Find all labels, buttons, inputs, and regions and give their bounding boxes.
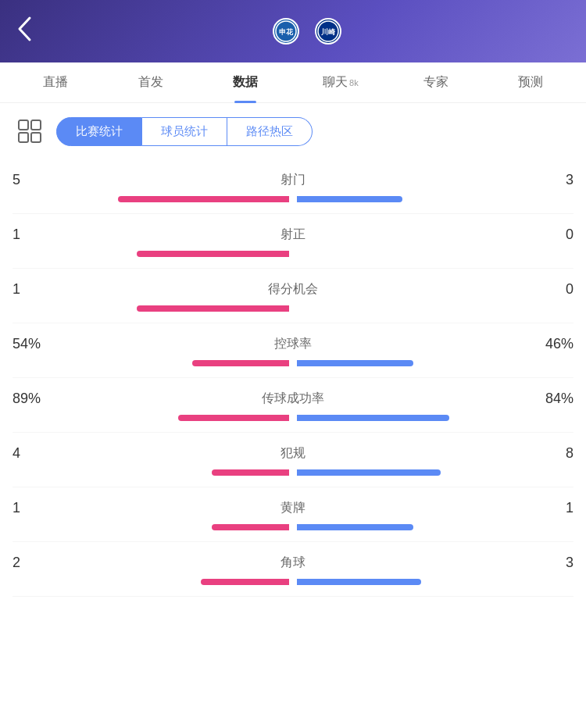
stat-header-2: 1 得分机会 0 bbox=[13, 281, 573, 298]
stat-left-val-4: 89% bbox=[13, 391, 59, 407]
bar-fill-right-3 bbox=[297, 360, 413, 366]
bar-left-1 bbox=[13, 251, 289, 257]
filter-button-group: 比赛统计 球员统计 路径热区 bbox=[56, 117, 313, 146]
tab-chat[interactable]: 聊天8k bbox=[293, 62, 388, 103]
stat-left-val-5: 4 bbox=[13, 445, 59, 462]
stat-left-val-0: 5 bbox=[13, 172, 59, 188]
svg-rect-7 bbox=[31, 133, 41, 142]
bar-left-5 bbox=[13, 469, 289, 476]
stat-row-5: 4 犯规 8 bbox=[13, 433, 573, 487]
tab-stats[interactable]: 数据 bbox=[198, 62, 293, 103]
stat-label-2: 得分机会 bbox=[59, 281, 527, 298]
svg-text:川崎: 川崎 bbox=[320, 28, 336, 36]
bar-center-5 bbox=[292, 469, 294, 476]
bar-fill-left-3 bbox=[192, 360, 289, 366]
stat-bars-2 bbox=[13, 305, 573, 312]
bar-fill-left-7 bbox=[201, 579, 289, 585]
bar-right-5 bbox=[297, 469, 573, 476]
stat-bars-4 bbox=[13, 415, 573, 421]
svg-rect-5 bbox=[31, 120, 41, 130]
stat-header-7: 2 角球 3 bbox=[13, 555, 573, 571]
tab-live-label: 直播 bbox=[43, 74, 68, 91]
svg-text:申花: 申花 bbox=[279, 28, 294, 36]
stat-header-5: 4 犯规 8 bbox=[13, 445, 573, 462]
stat-right-val-2: 0 bbox=[527, 281, 573, 298]
bar-fill-right-0 bbox=[297, 196, 402, 202]
match-header: 申花 川崎 bbox=[0, 0, 586, 62]
stat-label-1: 射正 bbox=[59, 227, 527, 243]
bar-fill-left-6 bbox=[212, 524, 289, 530]
tab-stats-label: 数据 bbox=[233, 74, 258, 91]
stat-right-val-7: 3 bbox=[527, 555, 573, 571]
stat-right-val-6: 1 bbox=[527, 500, 573, 516]
bar-left-6 bbox=[13, 524, 289, 530]
tab-chat-label: 聊天 bbox=[323, 74, 348, 91]
bar-fill-left-4 bbox=[178, 415, 289, 421]
bar-left-0 bbox=[13, 196, 289, 202]
stat-row-7: 2 角球 3 bbox=[13, 542, 573, 597]
bar-center-4 bbox=[292, 415, 294, 421]
stat-header-3: 54% 控球率 46% bbox=[13, 336, 573, 352]
stat-right-val-5: 8 bbox=[527, 445, 573, 462]
bar-fill-right-4 bbox=[297, 415, 449, 421]
bar-center-7 bbox=[292, 579, 294, 585]
stat-bars-7 bbox=[13, 579, 573, 585]
back-button[interactable] bbox=[16, 15, 44, 48]
bar-left-7 bbox=[13, 579, 289, 585]
tab-expert[interactable]: 专家 bbox=[388, 62, 484, 103]
bar-left-2 bbox=[13, 305, 289, 312]
bar-left-3 bbox=[13, 360, 289, 366]
stat-bars-1 bbox=[13, 251, 573, 257]
stat-label-7: 角球 bbox=[59, 555, 527, 571]
stats-controls: 比赛统计 球员统计 路径热区 bbox=[0, 103, 586, 159]
stat-bars-6 bbox=[13, 524, 573, 530]
stat-label-4: 传球成功率 bbox=[59, 391, 527, 407]
bar-fill-left-2 bbox=[137, 305, 289, 312]
tab-bar: 直播 首发 数据 聊天8k 专家 预测 bbox=[0, 62, 586, 103]
stat-left-val-2: 1 bbox=[13, 281, 59, 298]
stat-label-3: 控球率 bbox=[59, 336, 527, 352]
bar-right-3 bbox=[297, 360, 573, 366]
stat-row-6: 1 黄牌 1 bbox=[13, 487, 573, 542]
tab-lineup[interactable]: 首发 bbox=[103, 62, 198, 103]
filter-heatmap[interactable]: 路径热区 bbox=[227, 117, 313, 146]
tab-predict-label: 预测 bbox=[518, 74, 543, 91]
filter-player-stats[interactable]: 球员统计 bbox=[142, 117, 227, 146]
bar-center-0 bbox=[292, 196, 294, 202]
layout-toggle-button[interactable] bbox=[13, 114, 47, 148]
bar-fill-right-6 bbox=[297, 524, 413, 530]
bar-right-0 bbox=[297, 196, 573, 202]
stat-bars-3 bbox=[13, 360, 573, 366]
bar-right-4 bbox=[297, 415, 573, 421]
stat-label-0: 射门 bbox=[59, 172, 527, 188]
stat-header-6: 1 黄牌 1 bbox=[13, 500, 573, 516]
stat-right-val-4: 84% bbox=[527, 391, 573, 407]
stat-label-5: 犯规 bbox=[59, 445, 527, 462]
bar-fill-left-0 bbox=[118, 196, 289, 202]
stats-list: 5 射门 3 1 射正 0 bbox=[0, 159, 586, 597]
bar-right-7 bbox=[297, 579, 573, 585]
bar-left-4 bbox=[13, 415, 289, 421]
bar-center-6 bbox=[292, 524, 294, 530]
stat-right-val-1: 0 bbox=[527, 227, 573, 243]
match-info: 申花 川崎 bbox=[44, 18, 570, 45]
bar-right-6 bbox=[297, 524, 573, 530]
bar-right-2 bbox=[297, 305, 573, 312]
stat-left-val-3: 54% bbox=[13, 336, 59, 352]
stat-header-4: 89% 传球成功率 84% bbox=[13, 391, 573, 407]
tab-live[interactable]: 直播 bbox=[8, 62, 103, 103]
stat-left-val-1: 1 bbox=[13, 227, 59, 243]
bar-fill-left-1 bbox=[137, 251, 289, 257]
stat-left-val-7: 2 bbox=[13, 555, 59, 571]
stat-row-1: 1 射正 0 bbox=[13, 214, 573, 269]
svg-rect-6 bbox=[19, 133, 28, 142]
stat-left-val-6: 1 bbox=[13, 500, 59, 516]
stat-header-0: 5 射门 3 bbox=[13, 172, 573, 188]
bar-fill-right-7 bbox=[297, 579, 421, 585]
home-team-logo: 申花 bbox=[273, 18, 299, 45]
tab-predict[interactable]: 预测 bbox=[483, 62, 578, 103]
bar-fill-left-5 bbox=[212, 469, 289, 476]
filter-match-stats[interactable]: 比赛统计 bbox=[56, 117, 142, 146]
bar-fill-right-5 bbox=[297, 469, 441, 476]
chat-badge: 8k bbox=[349, 78, 359, 87]
